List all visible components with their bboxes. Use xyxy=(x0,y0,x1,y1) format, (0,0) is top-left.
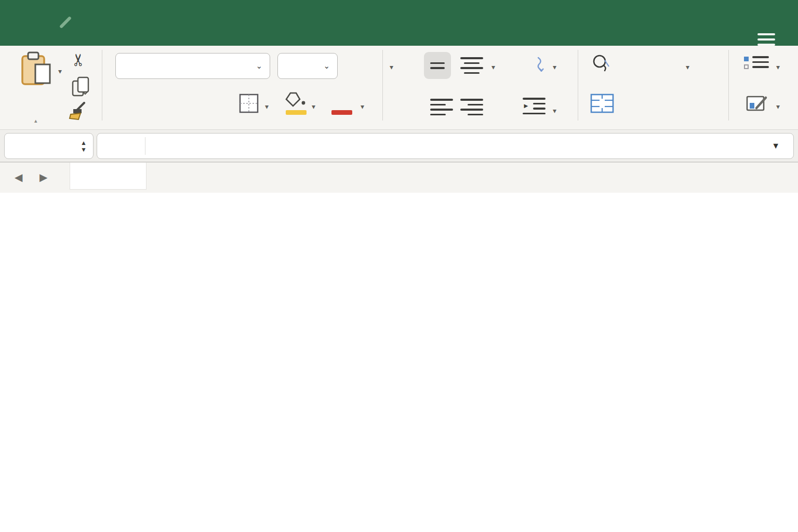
divider xyxy=(102,50,102,121)
name-box-spinner[interactable]: ▲▼ xyxy=(81,140,87,153)
paste-caret-icon: ▴ xyxy=(34,117,37,124)
fill-color-icon[interactable] xyxy=(285,91,307,109)
ribbon xyxy=(0,0,798,46)
list-style-icon[interactable] xyxy=(744,56,769,68)
wrap-text-icon[interactable] xyxy=(591,53,611,73)
divider xyxy=(382,50,383,121)
wrap-text-dropdown-icon[interactable]: ▾ xyxy=(686,63,689,71)
list-style-dropdown-icon[interactable]: ▾ xyxy=(776,63,780,71)
align-center-icon[interactable] xyxy=(460,57,483,74)
fill-color-dropdown-icon[interactable]: ▾ xyxy=(312,103,315,110)
menu-icon[interactable] xyxy=(757,33,775,46)
font-size-dropdown-icon[interactable]: ▾ xyxy=(390,63,393,71)
copy-icon[interactable] xyxy=(72,76,90,98)
borders-dropdown-icon[interactable]: ▾ xyxy=(265,103,269,110)
sheet-tab-excel[interactable] xyxy=(70,163,147,190)
formula-bar-expand-icon[interactable]: ▼ xyxy=(772,141,780,151)
align-middle-button-selected[interactable] xyxy=(424,52,451,79)
font-color-bar xyxy=(331,110,352,115)
divider xyxy=(728,50,729,121)
sort-dropdown-icon[interactable]: ▾ xyxy=(553,63,556,71)
formula-input[interactable]: ▼ xyxy=(97,133,794,159)
cut-icon[interactable]: ✂ xyxy=(69,53,88,67)
borders-icon[interactable] xyxy=(239,94,259,113)
prev-sheet-icon[interactable]: ◀ xyxy=(15,171,22,183)
divider xyxy=(578,50,578,121)
align-dropdown-icon[interactable]: ▾ xyxy=(491,63,495,71)
cell-style-dropdown-icon[interactable]: ▾ xyxy=(776,103,780,110)
align-left-icon[interactable] xyxy=(430,99,453,115)
formula-bar-row: ▲▼ ▼ xyxy=(0,130,798,162)
indent-dropdown-icon[interactable]: ▾ xyxy=(553,107,556,114)
pencil-icon xyxy=(59,16,72,29)
format-painter-icon[interactable] xyxy=(69,102,89,122)
align-right-icon[interactable] xyxy=(460,99,483,115)
font-color-dropdown-icon[interactable]: ▾ xyxy=(361,103,364,110)
sheet-bar: ◀ ▶ xyxy=(0,162,798,193)
indent-icon[interactable]: ► xyxy=(523,98,546,114)
cell-style-icon[interactable] xyxy=(746,92,769,113)
merge-center-icon[interactable] xyxy=(590,94,614,113)
paste-clipboard-icon[interactable] xyxy=(20,51,56,88)
chevron-down-icon: ⌄ xyxy=(323,61,330,71)
sort-arrow-icon xyxy=(535,56,546,72)
name-box[interactable]: ▲▼ xyxy=(4,133,94,159)
divider xyxy=(145,137,145,155)
ribbon-tabs xyxy=(0,0,52,46)
chevron-down-icon: ⌄ xyxy=(256,61,262,71)
fill-color-bar xyxy=(286,110,307,115)
toolbar: ▾ ▴ ✂ ⌄ ⌄ ▾ xyxy=(0,46,798,130)
font-size-select[interactable]: ⌄ xyxy=(277,53,338,79)
font-name-select[interactable]: ⌄ xyxy=(115,53,270,79)
excel-window: ▾ ▴ ✂ ⌄ ⌄ ▾ xyxy=(0,0,798,532)
paste-dropdown-icon[interactable]: ▾ xyxy=(58,68,62,75)
next-sheet-icon[interactable]: ▶ xyxy=(39,171,47,183)
